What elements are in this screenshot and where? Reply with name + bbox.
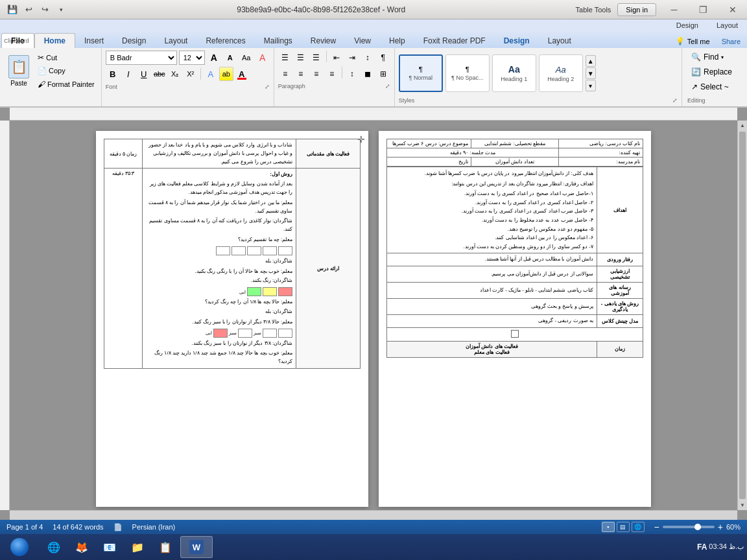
taskbar-app-email[interactable]: 📧 (97, 536, 123, 558)
copy-button[interactable]: 📄Copy (35, 65, 97, 76)
decrease-indent-button[interactable]: ⇤ (329, 51, 344, 65)
activity-col-header: فعالیت های دانش آموزان فعالیت های معلم (387, 341, 597, 357)
scrollbar-bottom[interactable] (10, 510, 737, 520)
style-heading2[interactable]: Aa Heading 2 (539, 54, 583, 92)
close-button[interactable]: ✕ (718, 0, 747, 19)
align-right-button[interactable]: ≡ (309, 67, 324, 81)
word-count: 14 of 642 words (53, 523, 103, 531)
share-button[interactable]: Share (715, 36, 747, 47)
align-center-button[interactable]: ≡ (294, 67, 308, 81)
restore-button[interactable]: ❐ (689, 0, 718, 19)
prepare: تهیه کننده: (558, 148, 643, 158)
cut-button[interactable]: ✂Cut (35, 52, 97, 64)
style-normal[interactable]: ¶ ¶ Normal (399, 54, 443, 92)
date: تاریخ (387, 158, 471, 167)
tab-view[interactable]: View (345, 34, 380, 48)
tab-help[interactable]: Help (380, 34, 414, 48)
zoom-controls: − + 60% (654, 522, 741, 532)
text-effects-button[interactable]: A (204, 67, 218, 81)
title-area: 93b8e9a9-e0bc-4a0c-8b98-5f1262e38cef - W… (73, 5, 569, 14)
font-shrink-button[interactable]: A (223, 51, 237, 65)
goals-content: هدف کلی: از دانش‌آموزان انتظار میرود در … (387, 167, 597, 253)
font-name-select[interactable]: B Badr (106, 51, 177, 65)
customize-quick-access-icon[interactable]: ▾ (54, 3, 68, 17)
zoom-out-button[interactable]: − (654, 522, 659, 532)
styles-scroll-up[interactable]: ▲ (586, 55, 596, 67)
read-view[interactable]: ▤ (617, 522, 630, 532)
strikethrough-button[interactable]: abc (152, 67, 167, 81)
editing-group-label: Editing (687, 97, 742, 104)
find-button[interactable]: 🔍 Find ▾ (687, 51, 742, 64)
tab-home[interactable]: Home (34, 33, 75, 48)
style-no-spacing[interactable]: ¶ ¶ No Spac... (445, 54, 490, 92)
taskbar-app-docs[interactable]: 📋 (152, 536, 178, 558)
underline-button[interactable]: U (137, 67, 151, 81)
zoom-level: 60% (726, 523, 741, 531)
show-marks-button[interactable]: ¶ (376, 51, 390, 65)
teaching-methods-label: روش های یادهی - یادگیری (597, 299, 643, 315)
bold-button[interactable]: B (106, 67, 120, 81)
paste-button[interactable]: 📋 Paste (4, 51, 34, 91)
table-layout-tab[interactable]: Layout (707, 20, 747, 30)
save-icon[interactable]: 💾 (5, 3, 19, 17)
bullets-button[interactable]: ☰ (278, 51, 292, 65)
tab-mailings[interactable]: Mailings (255, 34, 302, 48)
web-layout-view[interactable]: 🌐 (632, 522, 645, 532)
tab-layout[interactable]: Layout (155, 34, 196, 48)
taskbar-app-firefox[interactable]: 🦊 (69, 536, 95, 558)
ruler-side (0, 121, 10, 510)
tab-insert[interactable]: Insert (75, 34, 113, 48)
start-button[interactable] (3, 536, 36, 558)
table-design-tab[interactable]: Design (667, 20, 707, 30)
font-grow-button[interactable]: A (207, 51, 221, 65)
increase-indent-button[interactable]: ⇥ (345, 51, 359, 65)
taskbar-time: 03:34 ب.ظ (709, 542, 744, 552)
justify-button[interactable]: ≡ (325, 67, 339, 81)
class-model-text: به صورت ردیفی - گروهی (387, 315, 597, 328)
tell-me-input[interactable]: 💡Tell me (670, 36, 715, 47)
format-painter-button[interactable]: 🖌Format Painter (35, 78, 97, 90)
clear-formatting-button[interactable]: A (255, 51, 270, 65)
view-buttons: ▪ ▤ 🌐 (602, 522, 645, 532)
font-size-select[interactable]: 12 (179, 51, 205, 65)
superscript-button[interactable]: X² (184, 67, 198, 81)
redo-icon[interactable]: ↪ (38, 3, 52, 17)
styles-scroll-down[interactable]: ▼ (586, 67, 596, 79)
tab-references[interactable]: References (196, 34, 254, 48)
numbering-button[interactable]: ☰ (294, 51, 308, 65)
borders-button[interactable]: ⊞ (376, 67, 390, 81)
taskbar-app-explorer[interactable]: 📁 (124, 536, 150, 558)
activity-header: فعالیت های مقدماتی (296, 139, 361, 169)
select-button[interactable]: ↗ Select ~ (687, 80, 742, 93)
tab-review[interactable]: Review (302, 34, 345, 48)
italic-button[interactable]: I (121, 67, 136, 81)
undo-icon[interactable]: ↩ (21, 3, 36, 17)
tab-table-layout[interactable]: Layout (539, 34, 580, 48)
scrollbar-right[interactable]: ▲ ▼ (737, 121, 747, 510)
table-tools-tabs: Design Layout (667, 20, 747, 30)
tab-foxit[interactable]: Foxit Reader PDF (414, 34, 495, 48)
zoom-in-button[interactable]: + (718, 522, 723, 532)
taskbar-app-word[interactable]: W (180, 536, 213, 558)
highlight-color-button[interactable]: ab (219, 67, 233, 81)
print-layout-view[interactable]: ▪ (602, 522, 615, 532)
taskbar-app-ie[interactable]: 🌐 (41, 536, 67, 558)
subscript-button[interactable]: X₂ (168, 67, 182, 81)
replace-button[interactable]: 🔄 Replace (687, 65, 742, 78)
align-left-button[interactable]: ≡ (278, 67, 292, 81)
minimize-button[interactable]: ─ (659, 0, 689, 19)
zoom-slider[interactable] (663, 526, 715, 528)
font-color-button[interactable]: A (235, 67, 249, 81)
style-heading1[interactable]: Aa Heading 1 (492, 54, 536, 92)
page-count: Page 1 of 4 (6, 523, 43, 531)
line-spacing-button[interactable]: ↕ (345, 67, 359, 81)
tab-design[interactable]: Design (113, 34, 155, 48)
styles-expand[interactable]: ▾ (586, 80, 596, 91)
shading-button[interactable]: ◼ (361, 67, 375, 81)
font-case-button[interactable]: Aa (239, 51, 254, 65)
tab-table-design[interactable]: Design (495, 34, 539, 48)
school-name: نام مدرسه: (558, 158, 643, 167)
sign-in-button[interactable]: Sign in (617, 3, 656, 16)
multilevel-button[interactable]: ☰ (309, 51, 324, 65)
sort-button[interactable]: ↕ (361, 51, 375, 65)
